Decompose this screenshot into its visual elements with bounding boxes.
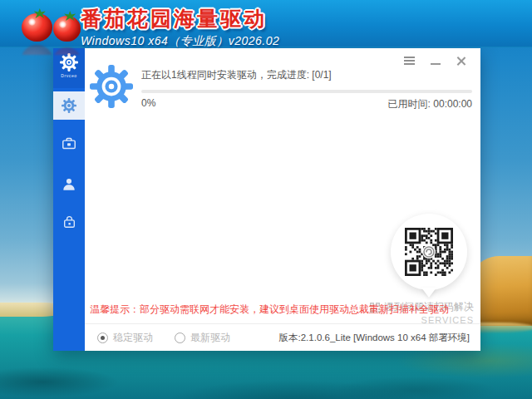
sidebar-item-store[interactable] — [53, 208, 85, 236]
brand-subtitle: Windows10 x64（专业版）v2026.02 — [81, 34, 279, 49]
elapsed-time: 已用时间: 00:00:00 — [388, 97, 472, 111]
radio-stable-label: 稳定驱动 — [113, 331, 153, 345]
brand-title: 番茄花园海量驱动 — [81, 5, 279, 32]
screen: 番茄花园海量驱动 Windows10 x64（专业版）v2026.02 — [0, 0, 532, 399]
tomato-leaf-icon — [34, 8, 46, 18]
brand-banner: 番茄花园海量驱动 Windows10 x64（专业版）v2026.02 — [0, 0, 532, 47]
user-icon — [61, 176, 77, 193]
sidebar-item-user[interactable] — [53, 170, 85, 199]
qr-code — [405, 228, 453, 276]
sidebar-item-toolbox[interactable] — [53, 130, 85, 158]
notice-text: 温馨提示：部分驱动需联网才能安装，建议到桌面使用驱动总裁重新扫描补全驱动 — [90, 303, 449, 317]
version-text: 版本:2.1.0.6_Lite [Windows 10 x64 部署环境] — [279, 332, 470, 344]
tomato-icon — [53, 16, 81, 42]
progress-percent: 0% — [141, 97, 155, 111]
progress-bar — [141, 90, 472, 93]
radio-latest-label: 最新驱动 — [190, 331, 230, 345]
toolbox-icon — [61, 135, 77, 152]
main-content: 正在以1线程同时安装驱动，完成进度: [0/1] 0% 已用时间: 00:00:… — [85, 48, 480, 351]
radio-selected-icon — [97, 332, 108, 343]
logo-gear-icon — [60, 53, 78, 71]
install-gear-icon — [90, 65, 133, 108]
install-progress-block: 正在以1线程同时安装驱动，完成进度: [0/1] 0% 已用时间: 00:00:… — [90, 65, 474, 111]
tomato-icon — [22, 13, 52, 42]
sparkle-icon — [59, 21, 66, 28]
menu-icon — [404, 60, 415, 62]
qr-bubble-tail — [421, 288, 436, 298]
footer-bar: 稳定驱动 最新驱动 版本:2.1.0.6_Lite [Windows 10 x6… — [85, 323, 480, 351]
sidebar-item-install[interactable] — [53, 91, 85, 120]
sparkle-icon — [28, 18, 36, 26]
radio-latest-driver[interactable]: 最新驱动 — [175, 331, 230, 345]
radio-stable-driver[interactable]: 稳定驱动 — [97, 331, 153, 345]
qr-bubble — [391, 214, 467, 290]
logo-text: Drvceo — [61, 73, 76, 78]
bag-icon — [62, 214, 77, 230]
sidebar: Drvceo — [53, 48, 85, 351]
gear-icon — [62, 98, 76, 113]
tomato-leaf-icon — [64, 11, 76, 21]
install-status-text: 正在以1线程同时安装驱动，完成进度: [0/1] — [141, 65, 474, 82]
radio-unselected-icon — [175, 332, 185, 343]
app-window: Drvceo — [53, 48, 480, 351]
